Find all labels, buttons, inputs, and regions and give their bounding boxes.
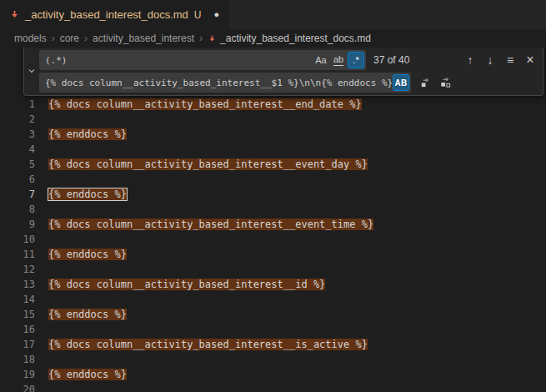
dirty-indicator-dot[interactable]: ● — [214, 10, 220, 19]
tab-activity-based-interest-docs[interactable]: _activity_based_interest_docs.md U ● — [0, 0, 229, 29]
whole-word-icon: ab — [333, 54, 343, 65]
code-line[interactable]: {% docs column__activity_based_interest_… — [48, 157, 373, 172]
markdown-file-icon — [9, 9, 20, 20]
code-line[interactable] — [48, 352, 373, 367]
search-match: {% docs column__activity_based_interest_… — [48, 219, 373, 230]
replace-input[interactable]: {% docs column__activity_based_interest_… — [39, 73, 411, 93]
match-case-toggle[interactable]: Aa — [313, 52, 329, 68]
search-match: {% docs column__activity_based_interest_… — [48, 158, 368, 170]
match-case-icon: Aa — [315, 55, 326, 65]
find-input-value: (.*) — [45, 55, 312, 66]
search-match: {% docs column__activity_based_interest_… — [48, 339, 368, 350]
code-line[interactable] — [48, 382, 373, 392]
code-line[interactable] — [48, 322, 373, 337]
search-match: {% docs column__activity_based_interest_… — [48, 279, 325, 290]
breadcrumb-models[interactable]: models — [14, 33, 47, 44]
search-match: {% enddocs %} — [48, 369, 127, 380]
code-line[interactable] — [48, 262, 373, 277]
code-line[interactable]: {% enddocs %} — [48, 367, 373, 382]
breadcrumb-file[interactable]: _activity_based_interest_docs.md — [208, 33, 371, 44]
code-line[interactable] — [48, 142, 373, 157]
breadcrumb-activity-based-interest[interactable]: activity_based_interest — [93, 33, 194, 44]
line-number: 4 — [0, 142, 35, 157]
line-number: 10 — [0, 232, 35, 247]
find-input[interactable]: (.*) Aa ab .* — [39, 50, 366, 70]
editor-lines[interactable]: {% docs column__activity_based_interest_… — [48, 97, 373, 392]
code-line[interactable]: {% enddocs %} — [48, 127, 373, 142]
line-number: 18 — [0, 352, 35, 367]
code-line[interactable] — [48, 202, 373, 217]
breadcrumb-core[interactable]: core — [60, 33, 79, 44]
line-number: 17 — [0, 337, 35, 352]
code-line[interactable] — [48, 232, 373, 247]
line-number: 20 — [0, 382, 35, 392]
git-status-badge: U — [194, 9, 202, 21]
replace-actions — [416, 73, 454, 92]
previous-match-button[interactable]: ↑ — [461, 51, 479, 69]
replace-all-button[interactable] — [436, 73, 454, 92]
regex-icon: .* — [353, 55, 358, 65]
regex-toggle[interactable]: .* — [348, 52, 364, 68]
line-number: 14 — [0, 292, 35, 307]
chevron-down-icon — [27, 64, 37, 79]
line-number: 5 — [0, 157, 35, 172]
editor-scroll-area: 1234567891011121314151617181920 {% docs … — [0, 48, 546, 392]
line-number: 7 — [0, 187, 35, 202]
whole-word-toggle[interactable]: ab — [330, 52, 347, 68]
breadcrumb-separator: › — [84, 33, 88, 44]
find-actions: ↑ ↓ ≡ × — [461, 51, 539, 69]
replace-all-icon — [439, 76, 452, 90]
code-line[interactable] — [48, 112, 373, 127]
code-line[interactable]: {% enddocs %} — [48, 187, 373, 202]
toggle-replace-button[interactable] — [24, 50, 39, 93]
line-number: 16 — [0, 322, 35, 337]
find-row: (.*) Aa ab .* 37 of 40 ↑ ↓ ≡ × — [39, 50, 539, 70]
replace-input-value: {% docs column__activity_based_interest_… — [45, 78, 392, 88]
replace-button[interactable] — [416, 73, 434, 92]
line-number: 6 — [0, 172, 35, 187]
line-number: 9 — [0, 217, 35, 232]
code-line[interactable]: {% docs column__activity_based_interest_… — [48, 217, 373, 232]
code-line[interactable]: {% enddocs %} — [48, 247, 373, 262]
find-replace-widget: (.*) Aa ab .* 37 of 40 ↑ ↓ ≡ × { — [23, 48, 543, 96]
breadcrumb-file-label: _activity_based_interest_docs.md — [220, 33, 371, 44]
search-match: {% enddocs %} — [48, 249, 127, 260]
editor-pane[interactable]: (.*) Aa ab .* 37 of 40 ↑ ↓ ≡ × { — [0, 48, 546, 392]
breadcrumb: models › core › activity_based_interest … — [0, 29, 546, 48]
breadcrumb-separator: › — [199, 33, 203, 44]
line-number: 1 — [0, 97, 35, 112]
line-number: 15 — [0, 307, 35, 322]
preserve-case-toggle[interactable]: AB — [393, 74, 409, 91]
code-line[interactable]: {% docs column__activity_based_interest_… — [48, 337, 373, 352]
line-number: 3 — [0, 127, 35, 142]
markdown-file-icon — [208, 34, 217, 43]
line-number: 12 — [0, 262, 35, 277]
replace-icon — [419, 76, 432, 90]
preserve-case-icon: AB — [394, 78, 407, 88]
code-line[interactable] — [48, 172, 373, 187]
editor-gutter: 1234567891011121314151617181920 — [0, 97, 35, 392]
code-line[interactable]: {% enddocs %} — [48, 307, 373, 322]
tab-title: _activity_based_interest_docs.md — [25, 8, 188, 21]
search-match: {% enddocs %} — [48, 188, 127, 200]
code-line[interactable] — [48, 292, 373, 307]
search-match: {% enddocs %} — [48, 309, 127, 320]
line-number: 8 — [0, 202, 35, 217]
find-in-selection-button[interactable]: ≡ — [501, 51, 519, 69]
close-find-widget-button[interactable]: × — [521, 51, 539, 69]
line-number: 11 — [0, 247, 35, 262]
editor-tab-bar: _activity_based_interest_docs.md U ● — [0, 0, 546, 29]
vscode-window: _activity_based_interest_docs.md U ● mod… — [0, 0, 546, 392]
search-match: {% docs column__activity_based_interest_… — [48, 98, 362, 110]
next-match-button[interactable]: ↓ — [481, 51, 499, 69]
code-line[interactable]: {% docs column__activity_based_interest_… — [48, 97, 373, 112]
line-number: 2 — [0, 112, 35, 127]
match-count: 37 of 40 — [373, 54, 409, 66]
replace-row: {% docs column__activity_based_interest_… — [39, 73, 539, 93]
line-number: 13 — [0, 277, 35, 292]
search-match: {% enddocs %} — [48, 128, 127, 140]
line-number: 19 — [0, 367, 35, 382]
code-line[interactable]: {% docs column__activity_based_interest_… — [48, 277, 373, 292]
breadcrumb-separator: › — [52, 33, 55, 44]
